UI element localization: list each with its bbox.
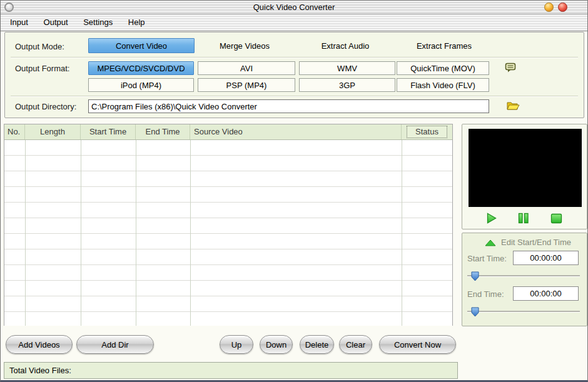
column-header-source-video[interactable]: Source Video xyxy=(190,124,402,139)
column-divider xyxy=(136,140,136,326)
end-slider-thumb[interactable] xyxy=(471,307,479,317)
end-time-field[interactable]: 00:00:00 xyxy=(513,286,579,301)
file-list-header: No. Length Start Time End Time Source Vi… xyxy=(4,124,452,140)
mode-convert-video[interactable]: Convert Video xyxy=(88,38,195,53)
play-button[interactable] xyxy=(487,213,497,224)
edit-time-header: Edit Start/End Time xyxy=(462,238,587,248)
total-files-label: Total Video Files: xyxy=(9,366,71,375)
divider xyxy=(11,96,578,97)
browse-folder-button[interactable] xyxy=(506,100,520,113)
output-directory-input[interactable] xyxy=(88,99,489,113)
slider-track[interactable] xyxy=(467,311,580,313)
status-header-box[interactable]: Status xyxy=(407,126,447,138)
column-header-length[interactable]: Length xyxy=(25,124,81,139)
stop-button[interactable] xyxy=(550,213,562,224)
menu-output[interactable]: Output xyxy=(44,14,68,31)
window-title: Quick Video Converter xyxy=(1,1,587,14)
clear-button[interactable]: Clear xyxy=(339,335,372,354)
format-mpeg[interactable]: MPEG/VCD/SVCD/DVD xyxy=(88,61,194,75)
format-avi[interactable]: AVI xyxy=(198,61,295,75)
pause-button[interactable] xyxy=(518,213,529,224)
menu-settings[interactable]: Settings xyxy=(83,14,113,31)
start-slider-thumb[interactable] xyxy=(471,271,479,281)
menu-bar: Input Output Settings Help xyxy=(1,14,587,31)
format-quicktime[interactable]: QuickTime (MOV) xyxy=(397,61,489,75)
video-preview-screen xyxy=(469,129,582,207)
minimize-button[interactable] xyxy=(544,3,554,12)
column-header-start-time[interactable]: Start Time xyxy=(81,124,136,139)
file-list-table: No. Length Start Time End Time Source Vi… xyxy=(4,124,453,326)
output-format-label: Output Format: xyxy=(15,64,69,73)
close-button[interactable] xyxy=(558,3,567,12)
menu-help[interactable]: Help xyxy=(128,14,145,31)
playback-controls xyxy=(462,209,587,227)
format-3gp[interactable]: 3GP xyxy=(299,78,395,92)
add-dir-button[interactable]: Add Dir xyxy=(76,335,154,354)
convert-now-button[interactable]: Convert Now xyxy=(379,335,456,354)
collapse-button[interactable] xyxy=(485,239,496,246)
output-directory-label: Output Directory: xyxy=(15,102,76,111)
edit-time-title: Edit Start/End Time xyxy=(501,238,571,248)
delete-button[interactable]: Delete xyxy=(300,335,334,354)
mode-extract-frames[interactable]: Extract Frames xyxy=(395,38,493,53)
format-flv[interactable]: Flash Video (FLV) xyxy=(397,78,489,92)
column-header-status[interactable]: Status xyxy=(402,124,452,139)
up-button[interactable]: Up xyxy=(220,335,253,354)
video-preview-panel xyxy=(462,124,587,229)
column-divider xyxy=(81,140,81,326)
status-bar: Total Video Files: xyxy=(4,362,458,379)
slider-track[interactable] xyxy=(467,275,580,277)
start-time-slider[interactable] xyxy=(466,271,581,281)
down-button[interactable]: Down xyxy=(260,335,293,354)
mode-extract-audio[interactable]: Extract Audio xyxy=(295,38,395,53)
open-folder-icon xyxy=(506,104,520,113)
speech-bubble-icon xyxy=(505,66,517,75)
divider xyxy=(11,57,578,58)
column-header-end-time[interactable]: End Time xyxy=(136,124,190,139)
stop-icon xyxy=(550,216,562,226)
system-menu-button[interactable] xyxy=(4,3,14,12)
triangle-up-icon xyxy=(485,239,496,248)
end-time-label: End Time: xyxy=(467,289,504,299)
start-time-label: Start Time: xyxy=(467,254,507,263)
column-divider xyxy=(25,140,26,326)
format-wmv[interactable]: WMV xyxy=(299,61,395,75)
format-tip-button[interactable] xyxy=(505,63,517,75)
column-header-no[interactable]: No. xyxy=(4,124,25,139)
play-icon xyxy=(487,216,497,226)
add-videos-button[interactable]: Add Videos xyxy=(6,335,73,354)
app-window: Quick Video Converter Input Output Setti… xyxy=(0,0,588,382)
menu-input[interactable]: Input xyxy=(10,14,28,31)
format-psp[interactable]: PSP (MP4) xyxy=(198,78,295,92)
format-ipod[interactable]: iPod (MP4) xyxy=(88,78,194,92)
mode-merge-videos[interactable]: Merge Videos xyxy=(194,38,295,53)
column-divider xyxy=(190,140,191,326)
output-settings-panel: Output Mode: Convert Video Merge Videos … xyxy=(4,32,584,118)
edit-time-panel: Edit Start/End Time Start Time: 00:00:00… xyxy=(462,233,587,326)
output-mode-label: Output Mode: xyxy=(15,42,64,51)
start-time-field[interactable]: 00:00:00 xyxy=(513,251,579,265)
file-list-body[interactable] xyxy=(4,140,452,326)
title-bar: Quick Video Converter xyxy=(1,1,587,14)
column-divider xyxy=(402,140,402,326)
end-time-slider[interactable] xyxy=(466,307,581,317)
pause-icon xyxy=(518,216,529,226)
